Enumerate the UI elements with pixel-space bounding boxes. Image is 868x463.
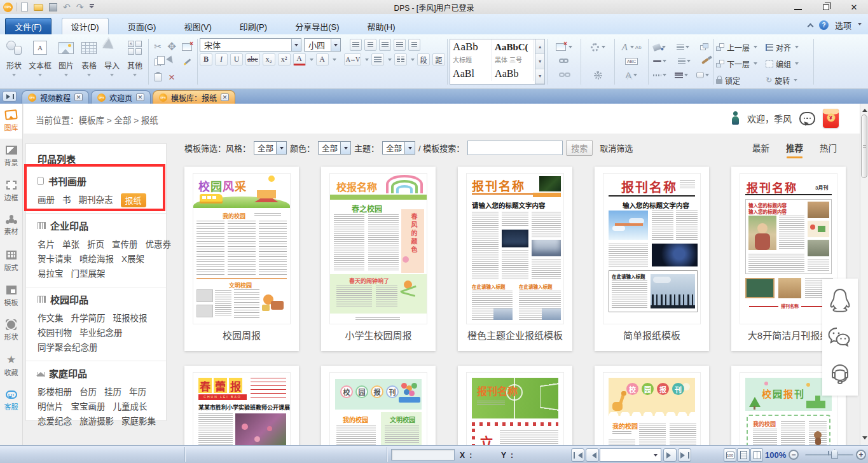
options-button[interactable]: 选项 <box>835 19 851 31</box>
settings-gear-icon[interactable] <box>591 43 599 52</box>
sort-newest[interactable]: 最新 <box>752 141 769 158</box>
tab-file[interactable]: 文件(F) <box>5 18 52 34</box>
pan-hand-icon[interactable]: ✥ <box>167 41 176 52</box>
catalog-link[interactable]: 升学简历 <box>71 311 106 326</box>
next-page-button[interactable] <box>663 448 677 462</box>
catalog-link-newspaper-active[interactable]: 报纸 <box>121 193 146 207</box>
vertical-scrollbar[interactable] <box>860 104 868 445</box>
catalog-link[interactable]: 作文集 <box>38 311 64 326</box>
rail-item-border[interactable]: 边框 <box>0 174 22 209</box>
tab-share-export[interactable]: 分享导出(S) <box>286 18 348 34</box>
catalog-link[interactable]: 折页 <box>87 237 104 252</box>
line-style-icon[interactable] <box>653 60 661 62</box>
close-button[interactable]: ✕ <box>840 0 868 14</box>
minimize-button[interactable] <box>784 0 812 14</box>
line-weight-icon[interactable] <box>675 73 683 78</box>
subscript-button[interactable]: x₂ <box>263 53 275 66</box>
replace-image-icon[interactable] <box>182 42 192 51</box>
rail-item-favorites[interactable]: ★收藏 <box>0 349 22 384</box>
catalog-link[interactable]: 恋爱纪念 <box>38 414 72 429</box>
underline-button[interactable]: U <box>230 53 243 66</box>
strikethrough-button[interactable]: abc <box>245 53 260 66</box>
qq-icon[interactable] <box>828 287 852 315</box>
group-button[interactable]: 编组 <box>766 59 811 69</box>
shape-style-icon[interactable] <box>696 72 704 78</box>
paste-icon[interactable] <box>155 73 162 81</box>
bring-forward-button[interactable]: 上一层 <box>716 42 766 53</box>
catalog-link[interactable]: 贺卡请柬 <box>38 252 72 266</box>
cancel-filter-link[interactable]: 取消筛选 <box>600 142 633 154</box>
insert-table-button[interactable]: 表格 <box>78 36 100 78</box>
style-filter-combo[interactable]: 全部 <box>254 141 287 155</box>
template-card-chunlei[interactable]: 春 蕾 报 CHUN LEI BAO 某某市胜利小学实验班教师公开课展示 <box>184 366 299 445</box>
zoom-out-button[interactable]: − <box>789 450 799 460</box>
doctab-close-icon[interactable]: ✕ <box>74 93 83 101</box>
catalog-link[interactable]: 书 <box>62 193 71 207</box>
unlink-icon[interactable] <box>559 72 569 78</box>
sort-recommended[interactable]: 推荐 <box>786 141 803 158</box>
color-filter-combo[interactable]: 全部 <box>318 141 351 155</box>
catalog-link[interactable]: 明信片 <box>38 399 64 414</box>
rail-item-layout[interactable]: 版式 <box>0 244 22 279</box>
wechat-icon[interactable] <box>827 326 853 351</box>
catalog-link[interactable]: X展架 <box>121 252 144 266</box>
align-left-button[interactable] <box>350 39 362 51</box>
dropdown-icon[interactable] <box>276 142 286 154</box>
paragraph-button[interactable]: 段 <box>417 53 430 66</box>
catalog-link[interactable]: 台历 <box>79 385 97 399</box>
italic-button[interactable]: I <box>215 53 228 66</box>
insert-other-button[interactable]: 5其他 <box>123 36 146 78</box>
wordart-icon[interactable]: A <box>622 42 628 53</box>
fit-width-button[interactable] <box>750 448 763 462</box>
catalog-link[interactable]: 单张 <box>62 237 79 252</box>
char-spacing-button[interactable]: A⇔V <box>344 53 361 66</box>
font-family-combo[interactable]: 宋体 <box>200 38 301 52</box>
tab-page[interactable]: 页面(G) <box>119 18 165 34</box>
tab-help[interactable]: 帮助(H) <box>358 18 404 34</box>
catalog-link[interactable]: 名片 <box>38 237 55 252</box>
styles-scroll[interactable]: ▲▼▼ <box>535 39 544 84</box>
panel-expander-icon[interactable] <box>3 91 17 102</box>
case-icon[interactable]: Ab <box>635 45 642 50</box>
superscript-button[interactable]: x² <box>278 53 291 66</box>
duplicate-icon[interactable] <box>700 43 709 51</box>
catalog-link[interactable]: 校园刊物 <box>38 326 72 340</box>
delete-icon[interactable]: × <box>169 72 175 83</box>
rail-item-material[interactable]: 素材 <box>0 209 22 244</box>
doctab-welcome[interactable]: DPS欢迎页✕ <box>91 90 151 104</box>
align-right-button[interactable] <box>379 39 391 51</box>
catalog-link[interactable]: 毕业纪念册 <box>79 326 123 340</box>
highlight-color-button[interactable]: A <box>316 53 329 66</box>
edit-pen-icon[interactable] <box>183 57 191 66</box>
scroll-down-icon[interactable] <box>861 435 868 443</box>
catalog-link[interactable]: 家庭影集 <box>121 414 156 429</box>
style-item-heiti[interactable]: AaBbC(黑体 三号AaBb <box>492 39 534 81</box>
doctab-video-tutorial[interactable]: DPS视频教程✕ <box>22 90 89 104</box>
link-icon[interactable] <box>559 58 569 64</box>
template-card-simple-newspaper[interactable]: 报刊名称 输入您的标题文字内容 在此请输入标题 简单报纸模板 <box>595 167 709 351</box>
first-page-button[interactable] <box>571 448 584 462</box>
insert-shape-button[interactable]: 形状 <box>3 36 25 78</box>
spacing-button[interactable]: 距 <box>432 53 445 66</box>
catalog-link[interactable]: 门型展架 <box>71 266 106 281</box>
scroll-up-icon[interactable] <box>861 105 868 113</box>
columns-button[interactable] <box>394 53 407 66</box>
catalog-link[interactable]: 同学聚会纪念册 <box>38 340 98 355</box>
catalog-link[interactable]: 班报校报 <box>113 311 148 326</box>
tab-view[interactable]: 视图(V) <box>175 18 220 34</box>
template-card-campus-mint[interactable]: 校 园 报 刊 我的校园 文明校园 <box>321 366 436 445</box>
style-item-title[interactable]: AaBb大标题AaBl <box>450 39 492 81</box>
dropdown-icon[interactable] <box>404 142 415 154</box>
align-distribute-button[interactable] <box>408 39 420 51</box>
zoom-slider-thumb[interactable] <box>831 449 838 459</box>
template-search-input[interactable] <box>467 141 563 155</box>
rail-item-support[interactable]: 客服 <box>0 384 22 418</box>
zoom-in-button[interactable]: + <box>856 450 866 460</box>
catalog-link[interactable]: 挂历 <box>104 385 121 399</box>
catalog-link[interactable]: 易拉宝 <box>38 266 64 281</box>
fill-bucket-icon[interactable] <box>652 43 661 52</box>
red-packet-icon[interactable]: ¥ <box>823 109 839 128</box>
support-headset-icon[interactable] <box>827 361 853 387</box>
dash-style-icon[interactable] <box>653 74 661 76</box>
text-shadow-icon[interactable]: A <box>626 71 631 80</box>
